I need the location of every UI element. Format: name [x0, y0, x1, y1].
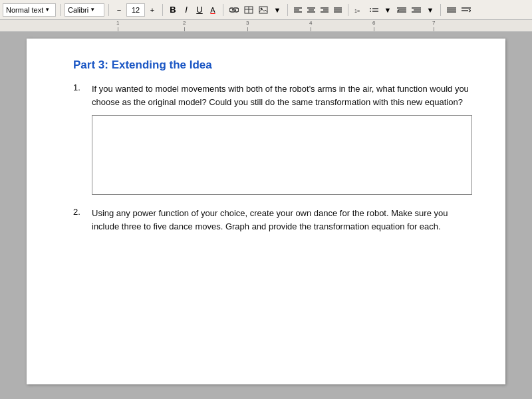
ruler-inner: 1 2 3 4 6 7 — [60, 20, 512, 31]
sep3 — [162, 4, 163, 16]
link-icon — [229, 7, 239, 13]
sep5 — [287, 4, 288, 16]
ruler: 1 2 3 4 6 7 — [0, 20, 532, 32]
justify-icon — [334, 7, 342, 13]
list-more-button[interactable]: ▼ — [424, 3, 436, 17]
document-area: Part 3: Extending the Idea 1. If you wan… — [0, 32, 532, 399]
font-size-decrease[interactable]: − — [113, 3, 125, 17]
ruler-mark-1: 1 — [116, 20, 119, 31]
list-dropdown[interactable]: ▼ — [382, 3, 394, 17]
indent-decrease-button[interactable] — [395, 3, 408, 17]
answer-box-1[interactable] — [92, 115, 472, 195]
image-icon — [259, 6, 268, 14]
align-right-icon — [321, 7, 329, 13]
sep6 — [348, 4, 348, 16]
question-text-2: Using any power function of your choice,… — [92, 207, 472, 233]
more-options-icon — [447, 7, 456, 13]
sep7 — [440, 4, 441, 16]
format-group: B I U A — [167, 3, 219, 17]
image-button[interactable] — [257, 3, 270, 17]
table-button[interactable] — [242, 3, 255, 17]
numbered-list-icon: 1= — [354, 7, 364, 13]
indent-increase-button[interactable] — [410, 3, 423, 17]
align-center-button[interactable] — [305, 3, 317, 17]
font-size-increase[interactable]: + — [146, 3, 158, 17]
svg-rect-4 — [259, 7, 267, 13]
list-more-chevron: ▼ — [427, 6, 434, 14]
bullet-list-icon — [369, 7, 378, 13]
list-group: 1= ▼ — [352, 3, 436, 17]
question-block-1: If you wanted to model movements with bo… — [92, 82, 472, 195]
font-color-button[interactable]: A — [207, 3, 219, 17]
image-dropdown-chevron: ▼ — [274, 6, 281, 14]
align-right-button[interactable] — [319, 3, 331, 17]
question-list: 1. If you wanted to model movements with… — [73, 82, 472, 233]
extra-group — [445, 3, 473, 17]
justify-button[interactable] — [332, 3, 344, 17]
font-group: Calibri ▼ — [65, 3, 104, 17]
table-icon — [244, 6, 253, 14]
align-center-icon — [307, 7, 315, 13]
list-dropdown-chevron: ▼ — [384, 6, 392, 14]
question-item-1: 1. If you wanted to model movements with… — [73, 82, 472, 195]
question-item-2: 2. Using any power function of your choi… — [73, 207, 472, 233]
image-dropdown[interactable]: ▼ — [271, 3, 283, 17]
more-options-button[interactable] — [445, 3, 458, 17]
fontsize-group: − 12 + — [113, 3, 158, 17]
ruler-mark-6: 6 — [372, 20, 375, 31]
bold-button[interactable]: B — [167, 3, 179, 17]
sep2 — [108, 4, 109, 16]
svg-point-19 — [370, 8, 371, 9]
font-label: Calibri — [68, 6, 88, 14]
align-left-icon — [294, 7, 302, 13]
part-heading: Part 3: Extending the Idea — [73, 59, 472, 72]
question-number-1: 1. — [73, 82, 86, 195]
bullet-list-button[interactable] — [367, 3, 380, 17]
link-button[interactable] — [227, 3, 241, 17]
font-select[interactable]: Calibri ▼ — [65, 3, 104, 17]
insert-group: ▼ — [227, 3, 283, 17]
style-select[interactable]: Normal text ▼ — [3, 3, 56, 17]
ruler-mark-3: 3 — [246, 20, 249, 31]
sep1 — [60, 4, 61, 16]
indent-decrease-icon — [397, 7, 406, 13]
style-label: Normal text — [6, 6, 43, 14]
ruler-mark-7: 7 — [432, 20, 435, 31]
question-number-2: 2. — [73, 207, 86, 233]
page: Part 3: Extending the Idea 1. If you wan… — [27, 39, 505, 384]
underline-button[interactable]: U — [194, 3, 205, 17]
align-left-button[interactable] — [292, 3, 304, 17]
align-group — [292, 3, 344, 17]
toolbar: Normal text ▼ Calibri ▼ − 12 + B I U A — [0, 0, 532, 20]
italic-button[interactable]: I — [180, 3, 192, 17]
question-text-1: If you wanted to model movements with bo… — [92, 82, 472, 108]
extra-dropdown-icon — [462, 7, 471, 13]
font-chevron: ▼ — [90, 7, 95, 13]
style-chevron: ▼ — [45, 7, 50, 13]
extra-dropdown[interactable] — [460, 3, 473, 17]
numbered-list-button[interactable]: 1= — [352, 3, 366, 17]
font-size-box[interactable]: 12 — [126, 3, 145, 17]
style-group: Normal text ▼ — [3, 3, 56, 17]
question-block-2: Using any power function of your choice,… — [92, 207, 472, 233]
ruler-mark-2: 2 — [183, 20, 186, 31]
svg-point-21 — [370, 11, 371, 12]
ruler-mark-4: 4 — [309, 20, 312, 31]
font-size-value: 12 — [132, 6, 140, 14]
indent-increase-icon — [412, 7, 421, 13]
svg-text:1=: 1= — [354, 9, 360, 13]
sep4 — [223, 4, 223, 16]
